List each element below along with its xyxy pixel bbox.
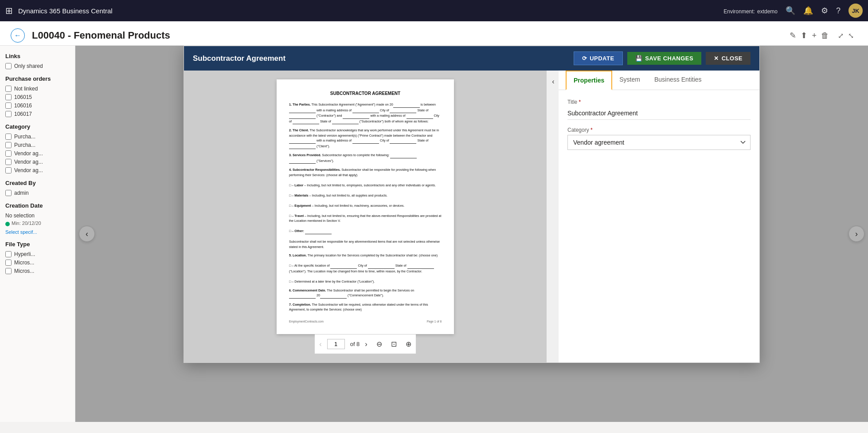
collapse-icon[interactable]: ⤡: [848, 31, 854, 40]
dialog-overlay: Subcontractor Agreement ⟳ UPDATE 💾 SAVE …: [75, 46, 868, 422]
sidebar-file-type-section: File Type Hyperli... Micros... Micros...: [5, 241, 70, 274]
page-total-label: of 8: [350, 341, 360, 347]
tab-business-entities[interactable]: Business Entities: [647, 71, 709, 90]
only-shared-label: Only shared: [14, 63, 43, 69]
top-navigation: ⊞ Dynamics 365 Business Central Environm…: [0, 0, 868, 21]
page-number-input[interactable]: [327, 339, 345, 349]
purchase-checkbox-0[interactable]: [5, 86, 12, 92]
sidebar-creation-date-section: Creation Date No selection Min: 20/12/20…: [5, 202, 70, 235]
purchase-checkbox-2[interactable]: [5, 102, 12, 109]
update-icon: ⟳: [582, 55, 587, 62]
file-type-title: File Type: [5, 241, 70, 248]
document-preview-area: SUBCONTRACTOR AGREEMENT 1. The Parties. …: [184, 71, 547, 362]
subcontractor-dialog: Subcontractor Agreement ⟳ UPDATE 💾 SAVE …: [184, 46, 760, 363]
main-content: Links Only shared Purchase orders Not li…: [0, 46, 868, 422]
zoom-fit-button[interactable]: ⊡: [391, 340, 397, 348]
cat-checkbox-3[interactable]: [5, 159, 12, 165]
save-icon: 💾: [635, 55, 643, 62]
filetype-checkbox-2[interactable]: [5, 268, 12, 274]
creation-date-specific[interactable]: Select specif...: [5, 229, 70, 235]
panel-tabs: Properties System Business Entities: [559, 71, 759, 90]
cat-checkbox-2[interactable]: [5, 150, 12, 157]
filetype-label-1: Micros...: [14, 260, 34, 266]
tab-properties[interactable]: Properties: [566, 71, 612, 90]
purchase-label-3: 106017: [14, 111, 32, 117]
cat-checkbox-4[interactable]: [5, 167, 12, 173]
settings-icon[interactable]: ⚙: [821, 6, 828, 16]
doc-section-1: 1. The Parties. This Subcontractor Agree…: [289, 102, 442, 124]
left-sidebar: Links Only shared Purchase orders Not li…: [0, 46, 75, 422]
page-header: ← L00040 - Fenomenal Products ✎ ⬆ + 🗑 ⤢ …: [0, 21, 868, 46]
notifications-icon[interactable]: 🔔: [803, 6, 813, 16]
zoom-out-button[interactable]: ⊖: [376, 340, 382, 348]
close-button[interactable]: ✕ CLOSE: [706, 52, 751, 65]
purchase-checkbox-1[interactable]: [5, 94, 12, 100]
purchase-label-1: 106015: [14, 94, 32, 100]
properties-panel: ‹ Properties System Business Entities Ti…: [547, 71, 759, 362]
save-changes-button[interactable]: 💾 SAVE CHANGES: [627, 52, 702, 65]
back-button[interactable]: ←: [11, 28, 25, 43]
category-select[interactable]: Vendor agreement Purchase agreement Serv…: [567, 135, 751, 150]
page-prev-button[interactable]: ‹: [319, 340, 321, 348]
help-icon[interactable]: ?: [836, 6, 841, 16]
cat-label-1: Purcha...: [14, 142, 35, 148]
dialog-body: SUBCONTRACTOR AGREEMENT 1. The Parties. …: [184, 71, 759, 362]
expand-icon[interactable]: ⤢: [838, 31, 844, 40]
creation-date-min: Min: 20/12/20: [12, 220, 41, 226]
page-next-button[interactable]: ›: [365, 340, 367, 348]
zoom-in-button[interactable]: ⊕: [406, 340, 411, 348]
title-field-value[interactable]: Subcontractor Agreement: [567, 107, 751, 120]
creation-date-title: Creation Date: [5, 202, 70, 209]
close-icon: ✕: [714, 55, 719, 62]
edit-icon[interactable]: ✎: [790, 31, 796, 40]
dialog-header: Subcontractor Agreement ⟳ UPDATE 💾 SAVE …: [184, 46, 759, 71]
created-label-0: admin: [14, 190, 29, 196]
category-field-label: Category: [567, 127, 751, 133]
app-title: Dynamics 365 Business Central: [18, 7, 718, 15]
sidebar-links-section: Links Only shared: [5, 53, 70, 69]
document-area: ‹ › Subcontractor Agreement ⟳ UPDATE 💾 S…: [75, 46, 868, 422]
only-shared-checkbox[interactable]: [5, 63, 12, 69]
doc-section-7: 7. Completion. The Subcontractor will be…: [289, 302, 442, 312]
filetype-checkbox-0[interactable]: [5, 251, 12, 257]
document-navigation: ‹ of 8 › ⊖ ⊡ ⊕: [315, 334, 415, 354]
tab-system[interactable]: System: [612, 71, 647, 90]
add-icon[interactable]: +: [812, 31, 817, 40]
share-icon[interactable]: ⬆: [801, 31, 807, 40]
created-by-title: Created By: [5, 180, 70, 186]
document-page: SUBCONTRACTOR AGREEMENT 1. The Parties. …: [277, 79, 454, 334]
cat-label-2: Vendor ag...: [14, 150, 43, 157]
cat-label-4: Vendor ag...: [14, 167, 43, 173]
delete-icon[interactable]: 🗑: [821, 31, 829, 40]
doc-title: SUBCONTRACTOR AGREEMENT: [289, 90, 442, 97]
links-section-title: Links: [5, 53, 70, 59]
cat-label-3: Vendor ag...: [14, 159, 43, 165]
cat-label-0: Purcha...: [14, 134, 35, 140]
page-title: L00040 - Fenomenal Products: [32, 30, 782, 41]
sidebar-purchase-section: Purchase orders Not linked 106015 106016…: [5, 75, 70, 117]
sidebar-created-by-section: Created By admin: [5, 180, 70, 196]
purchase-checkbox-3[interactable]: [5, 111, 12, 117]
category-section-title: Category: [5, 123, 70, 130]
created-checkbox-0[interactable]: [5, 190, 12, 196]
creation-date-no-selection: No selection: [5, 213, 70, 219]
dialog-buttons: ⟳ UPDATE 💾 SAVE CHANGES ✕ CLOSE: [574, 51, 751, 65]
search-icon[interactable]: 🔍: [786, 6, 795, 16]
filetype-checkbox-1[interactable]: [5, 260, 12, 266]
user-avatar[interactable]: JK: [848, 4, 863, 18]
cat-checkbox-1[interactable]: [5, 142, 12, 148]
doc-section-4: 4. Subcontractor Responsibilities. Subco…: [289, 167, 442, 249]
doc-section-3: 3. Services Provided. Subcontractor agre…: [289, 153, 442, 164]
purchase-label-2: 106016: [14, 102, 32, 109]
purchase-label-0: Not linked: [14, 86, 38, 92]
environment-info: Environment: extdemo: [723, 6, 778, 16]
filetype-label-2: Micros...: [14, 268, 34, 274]
panel-collapse-button[interactable]: ‹: [548, 71, 559, 362]
dialog-title: Subcontractor Agreement: [193, 54, 285, 63]
purchase-section-title: Purchase orders: [5, 75, 70, 82]
update-button[interactable]: ⟳ UPDATE: [574, 51, 623, 65]
panel-content: Title Subcontractor Agreement Category V…: [559, 90, 759, 362]
title-field-label: Title: [567, 99, 751, 105]
app-grid-icon[interactable]: ⊞: [5, 5, 13, 16]
cat-checkbox-0[interactable]: [5, 134, 12, 140]
